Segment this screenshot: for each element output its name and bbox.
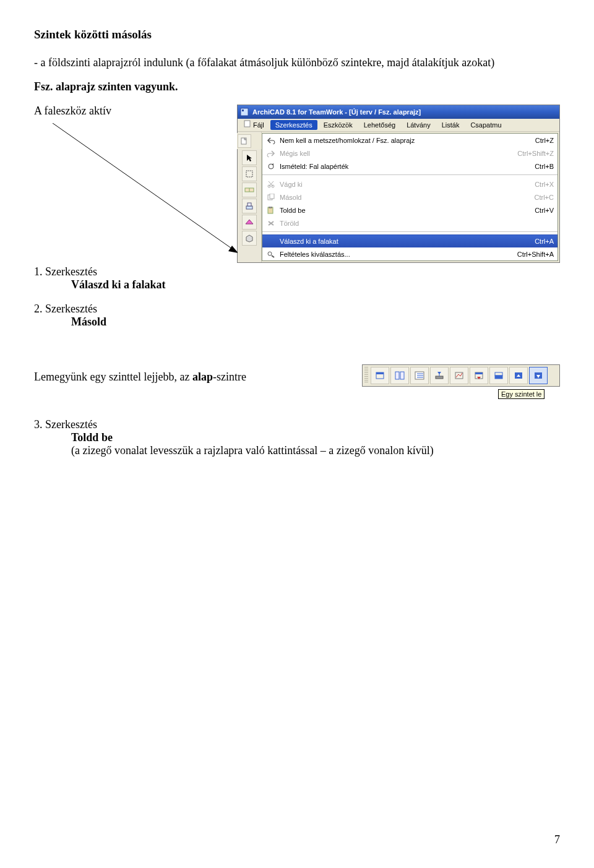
menu-undo[interactable]: Nem kell a metszet/homlokzat / Fsz. alap… <box>262 134 557 147</box>
svg-rect-10 <box>246 206 252 209</box>
svg-line-27 <box>272 256 274 257</box>
menu-cut[interactable]: Vágd ki Ctrl+X <box>262 178 557 191</box>
svg-rect-29 <box>376 372 384 374</box>
menu-lehetoseg[interactable]: Lehetőség <box>359 120 400 130</box>
select-icon <box>266 236 276 246</box>
story-btn-8[interactable] <box>509 367 528 384</box>
menu-conditional-select[interactable]: Feltételes kiválasztás... Ctrl+Shift+A <box>262 247 557 260</box>
svg-rect-21 <box>270 194 274 199</box>
menu-select-walls-sc: Ctrl+A <box>535 237 554 246</box>
lower-bold: alap <box>192 371 213 383</box>
svg-rect-11 <box>248 203 251 206</box>
lower-pre: Lemegyünk egy szinttel lejjebb, az <box>34 371 192 383</box>
svg-rect-43 <box>495 372 502 376</box>
step2-sub: Másold <box>71 316 225 329</box>
faleszkoz-label: A faleszköz aktív <box>34 105 111 118</box>
svg-marker-13 <box>246 235 252 242</box>
window-title: ArchiCAD 8.1 for TeamWork - [Új terv / F… <box>252 108 421 116</box>
cut-icon <box>266 179 276 189</box>
menu-repeat-label: Ismételd: Fal alapérték <box>280 162 525 171</box>
story-btn-1[interactable] <box>371 367 389 384</box>
step3-note: (a zizegő vonalat levesszük a rajzlapra … <box>71 444 560 457</box>
menu-paste[interactable]: Toldd be Ctrl+V <box>262 204 557 217</box>
menu-delete-label: Töröld <box>280 219 554 228</box>
story-btn-5[interactable] <box>450 367 468 384</box>
menu-copy[interactable]: Másold Ctrl+C <box>262 191 557 204</box>
menu-select-walls-label: Válaszd ki a falakat <box>280 237 525 246</box>
svg-rect-4 <box>244 121 250 127</box>
lower-line: Lemegyünk egy szinttel lejjebb, az alap-… <box>34 371 350 384</box>
svg-line-0 <box>53 123 238 253</box>
tool-column[interactable] <box>242 231 257 246</box>
menu-repeat-sc: Ctrl+B <box>535 162 554 171</box>
menu-copy-label: Másold <box>280 193 525 202</box>
menu-repeat[interactable]: Ismételd: Fal alapérték Ctrl+B <box>262 160 557 173</box>
copy-icon <box>266 192 276 202</box>
titlebar: ArchiCAD 8.1 for TeamWork - [Új terv / F… <box>238 105 559 119</box>
lower-post: -szintre <box>213 371 246 383</box>
redo-icon <box>266 148 276 158</box>
tool-wall[interactable] <box>242 183 257 197</box>
fsz-bold: Fsz. alaprajz szinten vagyunk. <box>34 80 178 93</box>
svg-rect-44 <box>495 376 502 379</box>
step1-sub: Válaszd ki a falakat <box>71 278 225 291</box>
menu-cut-sc: Ctrl+X <box>535 180 554 189</box>
svg-point-26 <box>268 252 272 256</box>
edit-dropdown: Nem kell a metszet/homlokzat / Fsz. alap… <box>262 133 558 261</box>
menu-redo-sc: Ctrl+Shift+Z <box>517 149 554 158</box>
svg-rect-2 <box>241 108 248 116</box>
story-btn-7[interactable] <box>489 367 508 384</box>
svg-marker-38 <box>437 372 441 374</box>
archicad-window: ArchiCAD 8.1 for TeamWork - [Új terv / F… <box>237 105 560 263</box>
step1-head: 1. Szerkesztés <box>34 265 225 278</box>
menu-eszkozok[interactable]: Eszközök <box>319 120 358 130</box>
undo-icon <box>266 135 276 145</box>
menu-separator-2 <box>262 231 557 233</box>
new-doc-button[interactable] <box>238 134 251 148</box>
svg-marker-12 <box>246 220 253 224</box>
svg-rect-30 <box>395 372 399 379</box>
svg-rect-23 <box>269 207 272 208</box>
menu-copy-sc: Ctrl+C <box>535 193 554 202</box>
doc-icon <box>244 120 251 129</box>
story-btn-6[interactable] <box>470 367 488 384</box>
find-icon <box>266 249 276 259</box>
paste-icon <box>266 205 276 215</box>
intro-paragraph: - a földszinti alaprajzról indulunk (a f… <box>34 56 560 69</box>
menu-conditional-sc: Ctrl+Shift+A <box>517 250 554 259</box>
tool-object[interactable] <box>242 199 257 213</box>
svg-line-18 <box>269 181 273 186</box>
menu-undo-sc: Ctrl+Z <box>535 136 554 145</box>
tool-marquee[interactable] <box>242 166 257 181</box>
svg-rect-31 <box>400 372 404 379</box>
menu-separator-1 <box>262 174 557 176</box>
menu-select-walls[interactable]: Válaszd ki a falakat Ctrl+A <box>262 234 557 247</box>
tool-palette <box>238 132 262 262</box>
story-toolbar: Egy szintet le <box>362 364 560 400</box>
svg-marker-1 <box>228 246 238 253</box>
menu-delete[interactable]: Töröld <box>262 217 557 230</box>
menu-latvany[interactable]: Látvány <box>402 120 436 130</box>
menu-cut-label: Vágd ki <box>280 180 525 189</box>
story-down-button[interactable] <box>529 367 548 384</box>
svg-rect-3 <box>242 110 244 111</box>
tooltip: Egy szintet le <box>498 389 544 399</box>
menu-paste-label: Toldd be <box>280 206 525 215</box>
fsz-line: Fsz. alaprajz szinten vagyunk. <box>34 80 560 93</box>
svg-marker-6 <box>247 155 252 161</box>
app-icon <box>240 108 249 116</box>
story-btn-2[interactable] <box>390 367 409 384</box>
repeat-icon <box>266 161 276 171</box>
menu-listak[interactable]: Listák <box>437 120 465 130</box>
menu-szerkesztes[interactable]: Szerkesztés <box>270 120 317 130</box>
tool-arrow[interactable] <box>242 150 257 165</box>
story-btn-4[interactable] <box>430 367 449 384</box>
menubar: Fájl Szerkesztés Eszközök Lehetőség Látv… <box>238 119 559 132</box>
step3-sub: Toldd be <box>71 431 560 444</box>
menu-paste-sc: Ctrl+V <box>535 206 554 215</box>
story-btn-3[interactable] <box>410 367 429 384</box>
svg-rect-36 <box>436 376 443 379</box>
tool-roof[interactable] <box>242 215 257 230</box>
menu-csapat[interactable]: Csapatmu <box>465 120 506 130</box>
menu-redo[interactable]: Mégis kell Ctrl+Shift+Z <box>262 147 557 160</box>
